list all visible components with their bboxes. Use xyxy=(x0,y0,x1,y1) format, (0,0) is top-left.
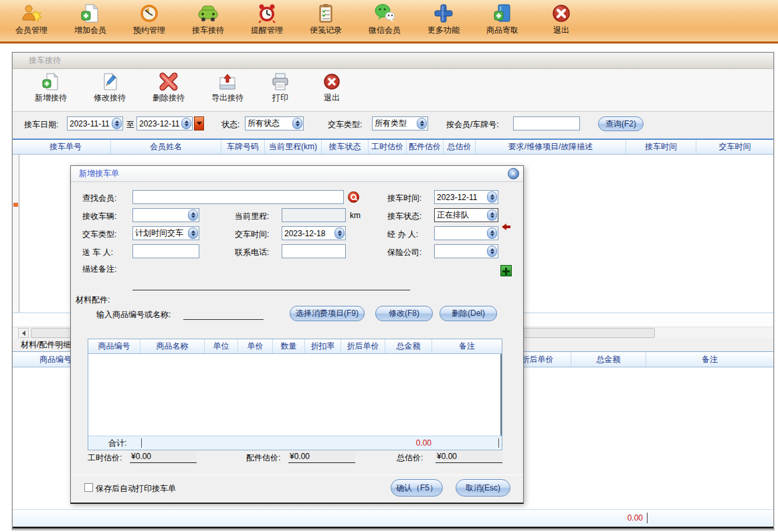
toolbar-item-label: 增加会员 xyxy=(74,25,106,36)
date-from-field[interactable]: 2023-11-11 xyxy=(67,116,123,130)
remark-label: 描述备注: xyxy=(82,264,116,275)
toolbar-item-add-member[interactable]: 增加会员 xyxy=(68,3,112,36)
column-header[interactable]: 商品名称 xyxy=(140,339,205,353)
remark-textarea[interactable] xyxy=(132,262,410,290)
close-icon[interactable]: ✕ xyxy=(508,168,519,179)
delivery-type-filter-field[interactable]: 所有类型 xyxy=(372,116,428,130)
column-header[interactable]: 单位 xyxy=(205,339,238,353)
spinner-button[interactable] xyxy=(112,118,122,129)
toolbar-item-product-pickup[interactable]: 商品寄取 xyxy=(480,3,524,36)
column-header[interactable]: 当前里程(km) xyxy=(265,140,322,154)
column-header[interactable]: 交车时间 xyxy=(696,140,773,154)
sender-input[interactable] xyxy=(132,244,199,258)
dialog-title: 新增接车单 xyxy=(79,168,119,179)
insurance-field[interactable] xyxy=(434,244,498,258)
operator-field[interactable] xyxy=(434,226,498,240)
parts-list-area xyxy=(88,354,502,436)
column-header[interactable]: 接车单号 xyxy=(21,140,111,154)
spinner-button[interactable] xyxy=(487,228,497,239)
window-title: 接车接待 xyxy=(29,55,61,66)
column-header[interactable]: 配件估价 xyxy=(407,140,444,154)
member-search-input[interactable] xyxy=(513,116,580,130)
parts-estimate-label: 配件估价: xyxy=(246,452,280,464)
confirm-button[interactable]: 确认（F5） xyxy=(391,479,443,497)
reception-status-field[interactable]: 正在排队 xyxy=(434,208,498,222)
delivery-time-field[interactable]: 2023-12-18 xyxy=(282,226,346,240)
auto-print-checkbox[interactable] xyxy=(84,483,93,492)
new-reception-button[interactable]: 新增接待 xyxy=(26,72,76,104)
column-header[interactable]: 会员姓名 xyxy=(111,140,221,154)
column-header[interactable]: 备注 xyxy=(646,352,773,367)
cancel-button[interactable]: 取消(Esc) xyxy=(456,479,510,497)
toolbar-item-reminder[interactable]: 提醒管理 xyxy=(245,3,289,36)
column-header[interactable]: 单价 xyxy=(238,339,273,353)
column-header[interactable]: 总金额 xyxy=(571,352,646,367)
vehicle-field[interactable] xyxy=(132,208,199,222)
spinner-button[interactable] xyxy=(417,118,427,129)
toolbar-item-exit[interactable]: 退出 xyxy=(539,3,583,36)
toolbar-item-member-management[interactable]: 会员管理 xyxy=(9,3,54,36)
spinner-button[interactable] xyxy=(487,209,497,221)
scroll-left-icon[interactable] xyxy=(18,328,29,338)
date-dropdown-button[interactable] xyxy=(194,116,204,130)
select-items-button[interactable]: 选择消费项目(F9) xyxy=(290,306,365,321)
modify-reception-button[interactable]: 修改接待 xyxy=(85,72,134,104)
spinner-button[interactable] xyxy=(181,118,191,129)
spinner-button[interactable] xyxy=(487,246,497,257)
toolbar-button-label: 新增接待 xyxy=(35,92,67,104)
add-insurance-icon[interactable] xyxy=(500,265,512,276)
parts-total-value: 0.00 xyxy=(416,438,431,448)
spinner-button[interactable] xyxy=(334,228,345,239)
delete-item-button[interactable]: 删除(Del) xyxy=(440,306,497,321)
modify-item-button[interactable]: 修改(F8) xyxy=(375,306,433,321)
reception-table-header: 接车单号 会员姓名 车牌号码 当前里程(km) 接车状态 工时估价 配件估价 总… xyxy=(13,139,773,155)
column-header[interactable]: 接车时间 xyxy=(626,140,696,154)
column-header[interactable]: 总金额 xyxy=(385,339,432,353)
column-header[interactable]: 总估价 xyxy=(444,140,476,154)
delivery-type-field[interactable]: 计划时间交车 xyxy=(132,226,199,240)
member-search-label: 按会员/车牌号: xyxy=(446,119,499,130)
toolbar-item-appointment[interactable]: 预约管理 xyxy=(127,3,171,36)
column-header[interactable]: 工时估价 xyxy=(369,140,407,154)
receive-time-field[interactable]: 2023-12-11 xyxy=(434,190,498,204)
spinner-button[interactable] xyxy=(487,191,497,203)
search-member-input[interactable] xyxy=(132,190,344,204)
delete-reception-button[interactable]: 删除接待 xyxy=(144,72,193,104)
export-reception-button[interactable]: 导出接待 xyxy=(203,72,252,104)
parts-search-input[interactable] xyxy=(183,308,264,320)
status-filter-field[interactable]: 所有状态 xyxy=(245,116,304,130)
query-button[interactable]: 查询(F2) xyxy=(598,116,644,131)
toolbar-item-label: 退出 xyxy=(553,25,569,36)
parts-table-header: 商品编号 商品名称 单位 单价 数量 折扣率 折后单价 总金额 备注 xyxy=(88,339,502,354)
header-lead-cell xyxy=(13,352,21,367)
exit-window-button[interactable]: 退出 xyxy=(308,72,355,104)
spinner-button[interactable] xyxy=(292,118,302,129)
date-to-field[interactable]: 2023-12-11 xyxy=(136,116,193,130)
print-button[interactable]: 打印 xyxy=(262,72,299,104)
column-header[interactable]: 备注 xyxy=(432,339,502,353)
column-header[interactable]: 接车状态 xyxy=(322,140,369,154)
spinner-button[interactable] xyxy=(188,209,198,221)
search-icon[interactable] xyxy=(348,191,359,203)
status-filter-label: 状态: xyxy=(221,119,239,130)
column-header[interactable]: 折扣率 xyxy=(305,339,341,353)
column-header[interactable]: 数量 xyxy=(273,339,305,353)
column-header[interactable]: 折后单价 xyxy=(341,339,385,353)
phone-input[interactable] xyxy=(282,244,346,258)
parts-estimate-value: ¥0.00 xyxy=(288,451,355,463)
column-header[interactable]: 商品编号 xyxy=(88,339,140,353)
column-header[interactable]: 要求/维修项目/故障描述 xyxy=(476,140,626,154)
parts-table: 商品编号 商品名称 单位 单价 数量 折扣率 折后单价 总金额 备注 合计: 0… xyxy=(88,339,502,450)
column-header[interactable]: 车牌号码 xyxy=(221,140,265,154)
export-icon xyxy=(218,72,237,91)
toolbar-item-wechat-member[interactable]: 微信会员 xyxy=(363,3,407,36)
toolbar-item-car-reception[interactable]: 接车接待 xyxy=(186,3,230,36)
vehicle-label: 接收车辆: xyxy=(82,211,116,222)
toolbar-item-notes[interactable]: 便笺记录 xyxy=(304,3,348,36)
total-estimate-value: ¥0.00 xyxy=(435,451,502,463)
add-member-icon xyxy=(80,3,101,24)
sender-label: 送 车 人: xyxy=(82,247,113,258)
toolbar-item-more-functions[interactable]: 更多功能 xyxy=(421,3,466,36)
parts-input-label: 输入商品编号或名称: xyxy=(96,309,171,321)
spinner-button[interactable] xyxy=(188,228,198,239)
